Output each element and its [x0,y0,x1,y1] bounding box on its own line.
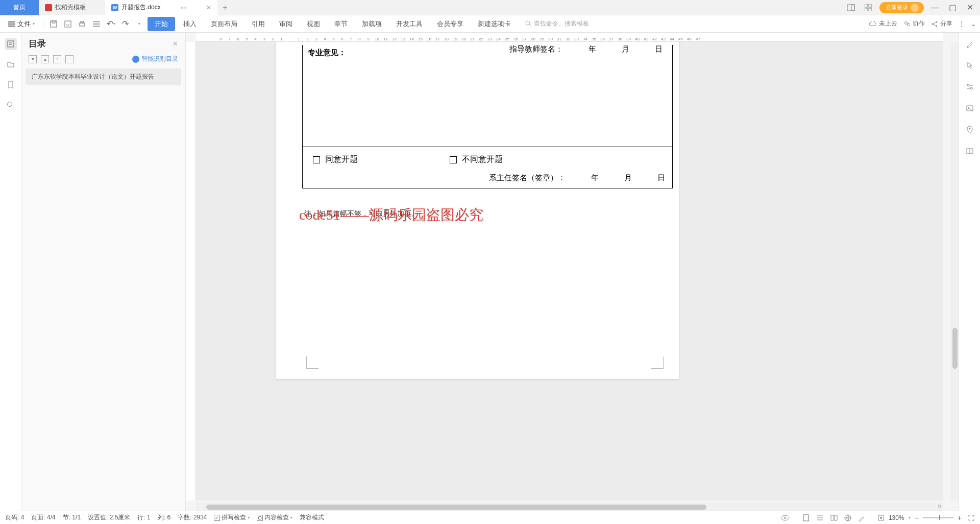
status-col[interactable]: 列: 6 [158,513,170,522]
window-close-button[interactable]: ✕ [964,2,976,14]
ribbon-tab-chapter[interactable]: 章节 [328,17,354,31]
zoom-level[interactable]: 130% [889,514,904,521]
save-icon[interactable] [47,18,60,30]
status-words[interactable]: 字数: 2934 [178,513,207,522]
status-row[interactable]: 行: 1 [137,513,150,522]
overflow-dropdown-icon[interactable]: ▾ [133,18,145,30]
redo-icon[interactable]: ↷ [119,18,131,30]
tab-template[interactable]: 找稻壳模板 [39,0,105,15]
horizontal-scrollbar[interactable]: ⠿ [196,503,943,511]
toc-minus-icon[interactable]: − [65,55,74,63]
zoom-in-button[interactable]: + [958,514,962,522]
horizontal-ruler[interactable]: 8765432112345678910111213141516171819202… [196,33,943,42]
ribbon-tab-addon[interactable]: 加载项 [356,17,388,31]
page-corner-bl [306,356,318,369]
sidebar-close-icon[interactable]: ✕ [173,40,178,47]
toc-toolbar: ▾ ▴ + − 智能识别目录 [21,53,185,67]
ribbon-tab-review[interactable]: 审阅 [273,17,299,31]
vertical-ruler[interactable] [186,42,196,501]
tab-close-icon[interactable]: ✕ [206,4,211,11]
folder-icon[interactable] [5,58,17,70]
print-icon[interactable] [76,18,88,30]
more-icon[interactable]: ⋮ [959,20,965,28]
apps-grid-icon[interactable] [862,2,874,14]
view-read-icon[interactable] [830,514,838,521]
image-tool-icon[interactable] [964,102,976,114]
status-page-no[interactable]: 页码: 4 [5,513,24,522]
svg-rect-8 [65,21,71,27]
zoom-fit-icon[interactable] [877,514,885,521]
svg-rect-7 [52,21,55,23]
tab-add-button[interactable]: + [217,3,233,12]
window-maximize-button[interactable]: ▢ [946,2,959,14]
hamburger-icon [8,21,15,27]
view-page-icon[interactable] [802,514,810,522]
ribbon-tab-member[interactable]: 会员专享 [431,17,470,31]
ribbon-tab-view[interactable]: 视图 [301,17,326,31]
view-outline-icon[interactable] [816,515,824,521]
status-content-check[interactable]: 内容检查 ▾ [257,513,292,522]
svg-rect-2 [865,4,868,7]
disagree-checkbox[interactable]: 不同意开题 [450,154,503,165]
status-page[interactable]: 页面: 4/4 [31,513,55,522]
status-spellcheck[interactable]: ✓拼写检查 ▾ [214,513,250,522]
share-button[interactable]: 分享 [931,19,952,28]
document-page[interactable]: 指导教师签名： 年 月 日 专业意见： 同意开题 不同意开题 [276,42,679,379]
view-web-icon[interactable] [844,514,851,521]
print-preview-icon[interactable] [90,18,103,30]
select-cursor-icon[interactable] [964,59,976,72]
svg-point-15 [905,21,908,24]
toc-collapse-icon[interactable]: ▾ [29,55,37,63]
agree-checkbox[interactable]: 同意开题 [313,154,358,165]
ribbon-tab-newtab[interactable]: 新建选项卡 [472,17,517,31]
zoom-slider[interactable] [923,517,953,518]
toc-plus-icon[interactable]: + [53,55,61,63]
edit-pencil-icon[interactable] [964,38,976,50]
sidebar-title: 目录 [29,38,46,50]
svg-line-14 [529,25,531,27]
ribbon-tab-dev[interactable]: 开发工具 [390,17,429,31]
fullscreen-icon[interactable] [968,514,975,521]
cloud-status[interactable]: 未上云 [869,19,897,28]
window-minimize-button[interactable]: — [929,2,941,14]
ribbon-tab-insert[interactable]: 插入 [177,17,203,31]
view-draft-icon[interactable] [857,514,865,521]
settings-sliders-icon[interactable] [964,81,976,93]
ribbon-tab-start[interactable]: 开始 [148,17,175,31]
vertical-scrollbar[interactable] [950,42,959,501]
file-menu[interactable]: 文件 ▾ [4,17,39,31]
search-rail-icon[interactable] [5,99,17,111]
eye-protect-icon[interactable] [780,515,790,521]
reading-mode-icon[interactable] [964,145,976,157]
undo-icon[interactable]: ↶▾ [105,18,117,30]
layout-toggle-icon[interactable] [845,2,857,14]
opinion-cell[interactable]: 专业意见： [303,45,672,147]
status-setting[interactable]: 设置值: 2.5厘米 [88,513,130,522]
status-section[interactable]: 节: 1/1 [63,513,81,522]
svg-rect-4 [865,8,868,11]
location-icon[interactable] [964,124,976,136]
svg-point-16 [908,23,910,26]
toc-expand-icon[interactable]: ▴ [41,55,49,63]
zoom-out-button[interactable]: − [915,514,919,522]
smart-toc-button[interactable]: 智能识别目录 [132,55,178,63]
toc-item[interactable]: 广东东软学院本科毕业设计（论文）开题报告 [26,68,181,85]
outline-icon[interactable] [5,38,17,50]
login-button[interactable]: 立即登录 [879,2,924,13]
cloud-icon [869,21,877,27]
tab-home[interactable]: 首页 [0,0,39,15]
scroll-options-icon[interactable]: ⠿ [938,504,941,510]
collapse-ribbon-icon[interactable]: ⌄ [971,20,976,28]
opinion-label: 专业意见： [308,48,667,58]
save-as-icon[interactable] [62,18,74,30]
svg-point-18 [936,21,938,22]
status-compat[interactable]: 兼容模式 [300,513,324,522]
document-scroll-area[interactable]: 指导教师签名： 年 月 日 专业意见： 同意开题 不同意开题 [196,42,943,501]
ribbon-tab-reference[interactable]: 引用 [246,17,271,31]
command-search[interactable]: 查找命令、搜索模板 [525,19,589,28]
ribbon-tab-layout[interactable]: 页面布局 [205,17,243,31]
tab-window-icon[interactable]: ▭ [181,4,186,11]
tab-document-active[interactable]: W 开题报告.docx ▭ ✕ [105,0,217,15]
collab-button[interactable]: 协作 [903,19,925,28]
bookmark-icon[interactable] [5,79,17,91]
